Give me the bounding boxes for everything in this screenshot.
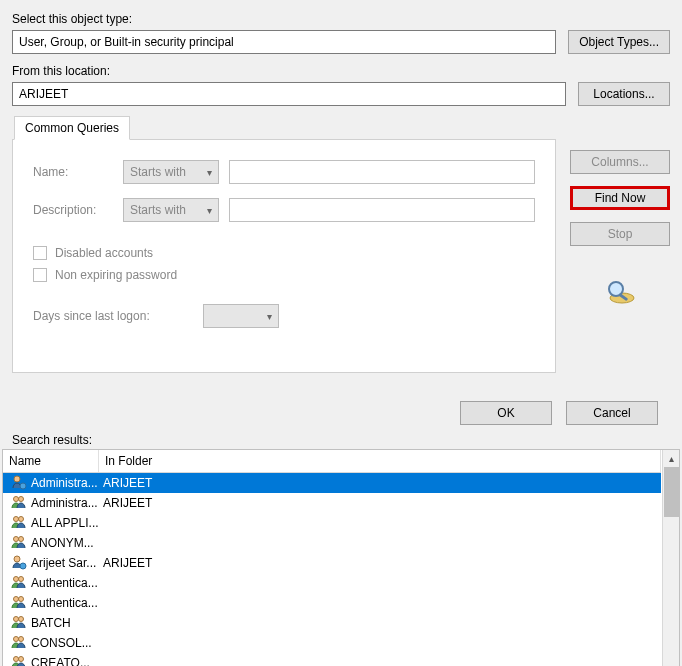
svg-point-14	[19, 576, 24, 581]
result-name: Authentica...	[7, 574, 99, 593]
user-icon	[11, 554, 27, 573]
svg-point-19	[14, 636, 19, 641]
locations-button[interactable]: Locations...	[578, 82, 670, 106]
result-name: Administra...	[7, 494, 99, 513]
svg-point-16	[19, 596, 24, 601]
svg-point-8	[19, 516, 24, 521]
result-name: Arijeet Sar...	[7, 554, 99, 573]
find-now-button[interactable]: Find Now	[570, 186, 670, 210]
result-row[interactable]: Administra...ARIJEET	[3, 473, 661, 493]
cancel-button[interactable]: Cancel	[566, 401, 658, 425]
result-name: ANONYM...	[7, 534, 99, 553]
description-input[interactable]	[229, 198, 535, 222]
svg-point-13	[14, 576, 19, 581]
group-icon	[11, 514, 27, 533]
svg-point-5	[14, 496, 19, 501]
group-icon	[11, 534, 27, 553]
search-results-list[interactable]: Name In Folder Administra...ARIJEETAdmin…	[2, 449, 680, 666]
search-results-label: Search results:	[12, 433, 682, 447]
group-icon	[11, 654, 27, 667]
group-icon	[11, 614, 27, 633]
result-name: CREATO...	[7, 654, 99, 667]
object-type-input[interactable]	[12, 30, 556, 54]
column-in-folder[interactable]: In Folder	[99, 450, 661, 472]
chevron-down-icon: ▾	[267, 311, 272, 322]
scroll-up-icon[interactable]: ▴	[663, 450, 680, 467]
result-row[interactable]: Arijeet Sar...ARIJEET	[3, 553, 661, 573]
result-folder: ARIJEET	[99, 556, 661, 570]
description-match-combo[interactable]: Starts with ▾	[123, 198, 219, 222]
days-since-logon-combo[interactable]: ▾	[203, 304, 279, 328]
name-match-value: Starts with	[130, 165, 186, 179]
result-name: CONSOL...	[7, 634, 99, 653]
svg-point-15	[14, 596, 19, 601]
stop-button[interactable]: Stop	[570, 222, 670, 246]
svg-point-17	[14, 616, 19, 621]
common-queries-panel: Name: Starts with ▾ Description: Starts …	[12, 139, 556, 373]
user-icon	[11, 474, 27, 493]
name-match-combo[interactable]: Starts with ▾	[123, 160, 219, 184]
svg-point-20	[19, 636, 24, 641]
chevron-down-icon: ▾	[207, 205, 212, 216]
scroll-thumb[interactable]	[664, 467, 679, 517]
svg-point-7	[14, 516, 19, 521]
description-label: Description:	[33, 203, 113, 217]
group-icon	[11, 594, 27, 613]
result-row[interactable]: Administra...ARIJEET	[3, 493, 661, 513]
svg-point-11	[14, 556, 20, 562]
non-expiring-password-label: Non expiring password	[55, 268, 177, 282]
result-folder: ARIJEET	[99, 476, 661, 490]
result-row[interactable]: Authentica...	[3, 593, 661, 613]
svg-point-12	[20, 563, 26, 569]
result-row[interactable]: CONSOL...	[3, 633, 661, 653]
scrollbar[interactable]: ▴ ▾	[662, 450, 679, 666]
result-row[interactable]: ALL APPLI...	[3, 513, 661, 533]
disabled-accounts-checkbox[interactable]	[33, 246, 47, 260]
svg-point-3	[14, 476, 20, 482]
result-name: ALL APPLI...	[7, 514, 99, 533]
result-row[interactable]: Authentica...	[3, 573, 661, 593]
group-icon	[11, 634, 27, 653]
ok-button[interactable]: OK	[460, 401, 552, 425]
name-label: Name:	[33, 165, 113, 179]
non-expiring-password-checkbox[interactable]	[33, 268, 47, 282]
tab-common-queries[interactable]: Common Queries	[14, 116, 130, 140]
chevron-down-icon: ▾	[207, 167, 212, 178]
result-name: Authentica...	[7, 594, 99, 613]
result-folder: ARIJEET	[99, 496, 661, 510]
svg-point-4	[20, 483, 26, 489]
days-since-logon-label: Days since last logon:	[33, 309, 193, 323]
results-header[interactable]: Name In Folder	[3, 450, 661, 473]
result-name: BATCH	[7, 614, 99, 633]
group-icon	[11, 574, 27, 593]
svg-point-21	[14, 656, 19, 661]
svg-point-6	[19, 496, 24, 501]
svg-point-9	[14, 536, 19, 541]
description-match-value: Starts with	[130, 203, 186, 217]
result-row[interactable]: ANONYM...	[3, 533, 661, 553]
result-row[interactable]: BATCH	[3, 613, 661, 633]
search-icon	[602, 278, 638, 309]
object-types-button[interactable]: Object Types...	[568, 30, 670, 54]
group-icon	[11, 494, 27, 513]
from-location-label: From this location:	[12, 64, 670, 78]
svg-point-18	[19, 616, 24, 621]
column-name[interactable]: Name	[3, 450, 99, 472]
svg-point-10	[19, 536, 24, 541]
result-name: Administra...	[7, 474, 99, 493]
columns-button[interactable]: Columns...	[570, 150, 670, 174]
name-input[interactable]	[229, 160, 535, 184]
disabled-accounts-label: Disabled accounts	[55, 246, 153, 260]
select-object-type-label: Select this object type:	[12, 12, 670, 26]
result-row[interactable]: CREATO...	[3, 653, 661, 666]
svg-point-22	[19, 656, 24, 661]
location-input[interactable]	[12, 82, 566, 106]
